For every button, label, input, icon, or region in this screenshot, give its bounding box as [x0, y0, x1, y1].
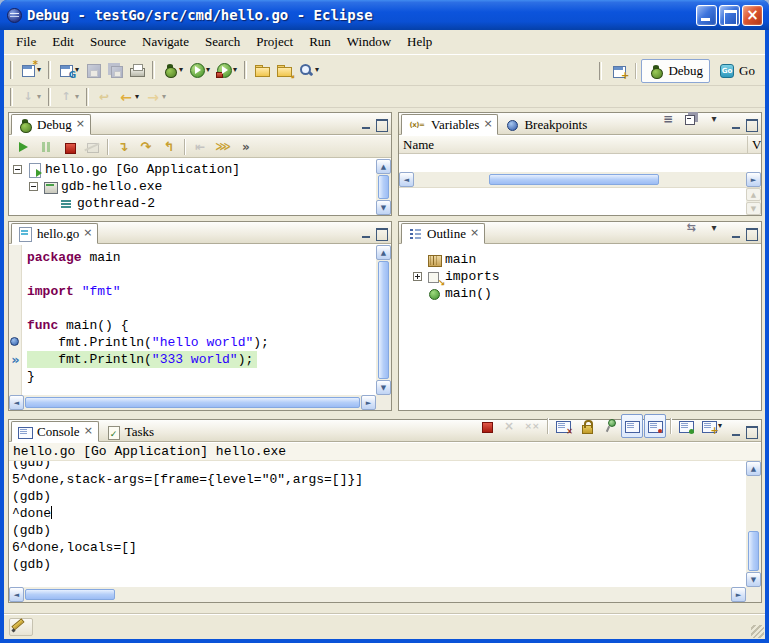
outline-tab[interactable]: Outline	[401, 223, 485, 244]
maximize-view-button[interactable]	[744, 118, 759, 131]
dropdown-arrow-icon[interactable]	[37, 93, 41, 101]
perspective-go-button[interactable]: GoGo	[712, 59, 762, 83]
step-return-button[interactable]: ↰	[158, 137, 180, 157]
scrollbar-thumb[interactable]	[489, 174, 659, 185]
variables-tree[interactable]	[399, 154, 761, 172]
debug-view-tab[interactable]: Debug	[11, 114, 91, 135]
dropdown-arrow-icon[interactable]	[179, 66, 183, 74]
minimize-view-button[interactable]	[359, 227, 374, 240]
code-line[interactable]: import "fmt"	[23, 283, 376, 300]
dropdown-arrow-icon[interactable]	[206, 66, 210, 74]
tasks-tab[interactable]: Tasks	[99, 421, 160, 442]
perspective-debug-button[interactable]: Debug	[641, 59, 710, 83]
scrollbar-thumb[interactable]	[25, 397, 360, 408]
step-over-button[interactable]: ↷	[135, 137, 157, 157]
variables-tab[interactable]: (x)= Variables	[401, 114, 498, 135]
menu-run[interactable]: Run	[301, 31, 339, 53]
dropdown-arrow-icon[interactable]	[233, 66, 237, 74]
scrollbar-thumb[interactable]	[25, 589, 115, 600]
back-button[interactable]: ←	[115, 87, 142, 107]
import-folder-button[interactable]: ↘	[273, 58, 295, 82]
scroll-up-button[interactable]	[376, 245, 391, 260]
scroll-up-button[interactable]	[746, 461, 761, 476]
close-view-icon[interactable]	[76, 119, 85, 130]
outline-item[interactable]: main()	[399, 285, 761, 302]
show-console-when-stdout-changes-button[interactable]	[621, 414, 643, 438]
scroll-left-button[interactable]	[9, 587, 24, 602]
print-button[interactable]	[126, 58, 148, 82]
editor-vertical-scrollbar[interactable]	[376, 245, 391, 395]
close-view-icon[interactable]	[483, 119, 492, 130]
minimize-view-button[interactable]	[729, 425, 744, 438]
column-name[interactable]: Name	[399, 136, 748, 153]
debug-tree-node[interactable]: hello.go [Go Application]	[9, 161, 376, 178]
window-minimize-button[interactable]	[696, 5, 717, 26]
save-button[interactable]	[82, 58, 104, 82]
scroll-lock-button[interactable]	[575, 414, 597, 438]
tree-expander-icon[interactable]	[413, 272, 422, 281]
code-line[interactable]	[23, 300, 376, 317]
open-folder-button[interactable]	[251, 58, 273, 82]
debug-tree-node[interactable]: gothread-2	[9, 195, 376, 212]
save-all-button[interactable]	[104, 58, 126, 82]
menu-edit[interactable]: Edit	[44, 31, 82, 53]
debug-launch-button[interactable]	[159, 58, 186, 82]
run-launch-button[interactable]	[186, 58, 213, 82]
toolbar-overflow-chevron-button[interactable]: »	[235, 137, 257, 157]
show-console-when-stderr-changes-button[interactable]	[644, 414, 666, 438]
scroll-left-button[interactable]	[9, 395, 24, 410]
collapse-all-button[interactable]	[680, 107, 702, 131]
suspend-button[interactable]	[35, 137, 57, 157]
scroll-up-button[interactable]	[376, 159, 391, 174]
editor-annotation-ruler[interactable]: »	[9, 245, 22, 395]
scrollbar-thumb[interactable]	[378, 261, 389, 379]
scrollbar-thumb[interactable]	[378, 175, 389, 199]
fast-view-button[interactable]	[9, 618, 33, 636]
terminate-button[interactable]	[475, 414, 497, 438]
last-edit-location-button[interactable]: ↩	[93, 87, 115, 107]
scroll-left-button[interactable]	[399, 172, 414, 187]
clear-console-button[interactable]: ×	[552, 414, 574, 438]
debug-vertical-scrollbar[interactable]	[376, 159, 391, 215]
console-vertical-scrollbar[interactable]	[746, 461, 761, 587]
code-line[interactable]: fmt.Println("hello world");	[23, 334, 376, 351]
maximize-view-button[interactable]	[374, 227, 389, 240]
display-selected-console-button[interactable]	[675, 414, 697, 438]
step-into-button[interactable]: ↴	[112, 137, 134, 157]
view-menu-button[interactable]: ▾	[703, 216, 725, 240]
editor-tab-hello-go[interactable]: hello.go	[11, 223, 98, 244]
scroll-right-button[interactable]	[731, 587, 746, 602]
menu-source[interactable]: Source	[82, 31, 134, 53]
forward-button[interactable]: →	[142, 87, 169, 107]
variables-horizontal-scrollbar[interactable]	[399, 172, 761, 187]
search-button[interactable]	[295, 58, 322, 82]
window-maximize-button[interactable]	[719, 5, 740, 26]
maximize-view-button[interactable]	[744, 227, 759, 240]
menu-window[interactable]: Window	[339, 31, 399, 53]
editor-code-area[interactable]: package mainimport "fmt"func main() { fm…	[23, 245, 376, 395]
minimize-view-button[interactable]	[359, 118, 374, 131]
dropdown-arrow-icon[interactable]	[135, 93, 139, 101]
code-line[interactable]: package main	[23, 249, 376, 266]
titlebar[interactable]: Debug - testGo/src/cmd/hello.go - Eclips…	[0, 0, 769, 30]
minimize-view-button[interactable]	[729, 227, 744, 240]
resize-grip[interactable]	[751, 625, 764, 638]
scroll-right-button[interactable]	[361, 395, 376, 410]
console-output-area[interactable]: (gdb) 5^done,stack-args=[frame={level="0…	[9, 461, 746, 587]
terminate-button[interactable]	[58, 137, 80, 157]
new-wizard-button[interactable]: *	[17, 58, 44, 82]
disconnect-button[interactable]	[81, 137, 103, 157]
code-line[interactable]: }	[23, 368, 376, 385]
minimize-view-button[interactable]	[729, 118, 744, 131]
new-go-element-button[interactable]: G	[55, 58, 82, 82]
close-view-icon[interactable]	[470, 228, 479, 239]
code-line[interactable]: func main() {	[23, 317, 376, 334]
debug-tree-node[interactable]: gdb-hello.exe	[9, 178, 376, 195]
scroll-down-button[interactable]	[746, 572, 761, 587]
outline-item[interactable]: main	[399, 251, 761, 268]
menu-file[interactable]: File	[8, 31, 44, 53]
external-tools-button[interactable]	[213, 58, 240, 82]
previous-annotation-button[interactable]: ↑	[55, 87, 82, 107]
dropdown-arrow-icon[interactable]	[75, 93, 79, 101]
menu-project[interactable]: Project	[248, 31, 301, 53]
